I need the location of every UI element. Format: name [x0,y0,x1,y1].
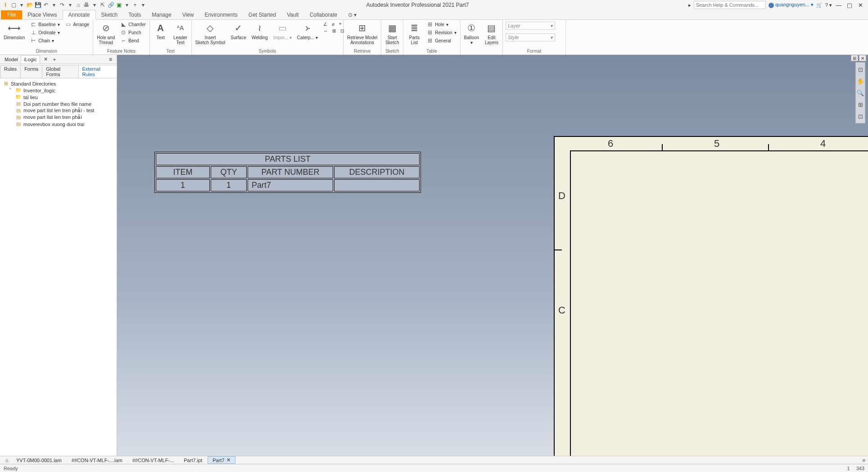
panel-add-icon[interactable]: + [50,56,59,63]
revision-button[interactable]: ⊞Revision ▾ [425,29,458,36]
hole-thread-button[interactable]: ⊘Hole and Thread [95,21,117,46]
close-tab-icon[interactable]: ✕ [226,457,231,463]
drawing-sheet[interactable]: 6 5 4 D C [554,136,868,456]
maximize-button[interactable]: ▢ [845,2,854,9]
style-select[interactable]: Style▾ [506,33,555,41]
tab-place-views[interactable]: Place Views [22,10,62,19]
welding-button[interactable]: ≀Welding [250,21,270,41]
retrieve-annotations-button[interactable]: ⊞Retrieve Model Annotations [345,21,379,46]
nav-zoom-icon[interactable]: 🔍 [857,88,864,98]
tab-view[interactable]: View [177,10,199,19]
panel-tab-model[interactable]: Model [2,56,21,63]
insert-sketch-symbol-button[interactable]: ◇Insert Sketch Symbol [194,21,227,46]
undo-dd-icon[interactable]: ▾ [50,1,58,9]
new-icon[interactable]: ▢ [10,1,17,9]
tab-vault[interactable]: Vault [281,10,304,19]
table-row[interactable]: 1 1 Part7 [156,179,420,191]
subtab-global-forms[interactable]: Global Forms [42,65,78,78]
cart-icon[interactable]: 🛒 [816,2,823,8]
dimension-button[interactable]: ⟷Dimension [2,21,27,41]
tree-rule[interactable]: ▤move part list len tren phải [3,114,114,121]
file-tab[interactable]: File [1,10,22,19]
drawing-canvas[interactable]: ⊞ ✕ ⊡ ✋ 🔍 ⊞ ⊡ PARTS LIST ITEM QTY PART N… [117,55,868,456]
panel-tab-ilogic[interactable]: iLogic [21,55,40,64]
tab-sketch[interactable]: Sketch [96,10,123,19]
minimize-button[interactable]: — [835,2,843,9]
punch-button[interactable]: ⊙Punch [118,29,147,36]
canvas-close-icon[interactable]: ✕ [859,55,866,61]
panel-menu-icon[interactable]: ≡ [106,55,115,64]
ordinate-button[interactable]: ⊥Ordinate ▾ [28,29,61,36]
close-button[interactable]: ✕ [856,2,864,9]
balloon-button[interactable]: ①Balloon▾ [462,21,481,46]
redo-icon[interactable]: ↷ [59,1,66,9]
plus-icon[interactable]: + [131,1,139,9]
tree-subfolder[interactable]: 📁tai lieu [3,94,114,100]
tab-extra-icon[interactable]: ⊙ ▾ [343,10,362,19]
edit-layers-button[interactable]: ▤Edit Layers [483,21,501,46]
sym3-icon[interactable]: ⌖ [337,21,344,27]
nav-zoom-all-icon[interactable]: ⊡ [857,64,864,74]
parts-list-table[interactable]: PARTS LIST ITEM QTY PART NUMBER DESCRIPT… [154,152,421,193]
subtab-rules[interactable]: Rules [0,65,21,78]
layer-select[interactable]: Layer▾ [506,22,555,30]
surface-button[interactable]: ✓Surface [229,21,248,41]
print-icon[interactable]: 🖶 [83,1,90,9]
nav-pan-icon[interactable]: ✋ [857,76,864,86]
doc-tab[interactable]: ##CON-VT-MLF-... [128,457,178,463]
search-input[interactable] [694,1,766,9]
share-icon[interactable]: ⇱ [99,1,106,9]
undo-icon[interactable]: ↶ [42,1,50,9]
doc-menu-icon[interactable]: ≡ [863,458,865,463]
panel-close-icon[interactable]: ✕ [41,55,50,63]
chamfer-button[interactable]: ◣Chamfer [118,21,147,28]
tree-root[interactable]: ⊞Standard Directories [3,80,114,87]
home-icon[interactable]: ⌂ [75,1,82,9]
subtab-external-rules[interactable]: External Rules [78,65,117,78]
nav-zoom-selected-icon[interactable]: ⊡ [857,111,864,121]
sym1-icon[interactable]: ∠ [321,21,329,27]
help-icon[interactable]: ? ▾ [825,2,832,8]
save-icon[interactable]: 💾 [34,1,41,9]
doc-tab-active[interactable]: Part7✕ [208,456,235,464]
print-dd-icon[interactable]: ▾ [91,1,98,9]
tab-get-started[interactable]: Get Started [243,10,281,19]
sym2-icon[interactable]: ⌀ [330,21,336,27]
leader-text-button[interactable]: ᴬALeader Text [172,21,190,46]
bend-button[interactable]: ⌐Bend [118,37,147,44]
user-menu[interactable]: quangnguyen... ▾ [769,2,814,8]
open-icon[interactable]: 📂 [26,1,33,9]
tab-tools[interactable]: Tools [123,10,146,19]
material-icon[interactable]: ▣ [115,1,122,9]
hole-table-button[interactable]: ⊞Hole ▾ [425,21,458,28]
start-sketch-button[interactable]: ▦Start Sketch [383,21,401,46]
tab-annotate[interactable]: Annotate [63,10,96,20]
doc-tab[interactable]: ##CON-VT-MLF-....iam [67,457,127,463]
tree-rule[interactable]: ▤Doi part number theo file name [3,100,114,107]
baseline-button[interactable]: ⊏Baseline ▾ [28,21,61,28]
tab-manage[interactable]: Manage [146,10,176,19]
sym5-icon[interactable]: ⊞ [330,28,338,34]
arrange-button[interactable]: ▭Arrange [63,21,91,28]
tree-folder[interactable]: ˅📁Inventor_ilogic [3,87,114,94]
more-dd-icon[interactable]: ▾ [140,1,147,9]
caterpillar-button[interactable]: ᚛Caterp... ▾ [295,21,320,41]
doc-home-icon[interactable]: ⌂ [3,458,11,463]
tab-environments[interactable]: Environments [199,10,243,19]
canvas-tile-icon[interactable]: ⊞ [851,55,858,61]
import-button[interactable]: ▭Impor... ▾ [271,21,294,41]
tree-rule[interactable]: ▤moverevbox xuong duoi trai [3,121,114,127]
doc-tab[interactable]: YVT-0M00-0001.iam [12,457,66,463]
tree-rule[interactable]: ▤move part list len tren phải - test [3,107,114,114]
link-icon[interactable]: 🔗 [107,1,114,9]
nav-zoom-window-icon[interactable]: ⊞ [857,100,864,109]
sym4-icon[interactable]: ↔ [321,28,330,34]
chain-button[interactable]: ⊢Chain ▾ [28,37,61,44]
general-button[interactable]: ⊞General [425,37,458,44]
text-button[interactable]: AText [152,21,170,41]
material-dd-icon[interactable]: ▾ [123,1,131,9]
new-dd-icon[interactable]: ▾ [18,1,25,9]
doc-tab[interactable]: Part7.ipt [179,457,207,463]
redo-dd-icon[interactable]: ▾ [67,1,74,9]
tab-collaborate[interactable]: Collaborate [304,10,343,19]
